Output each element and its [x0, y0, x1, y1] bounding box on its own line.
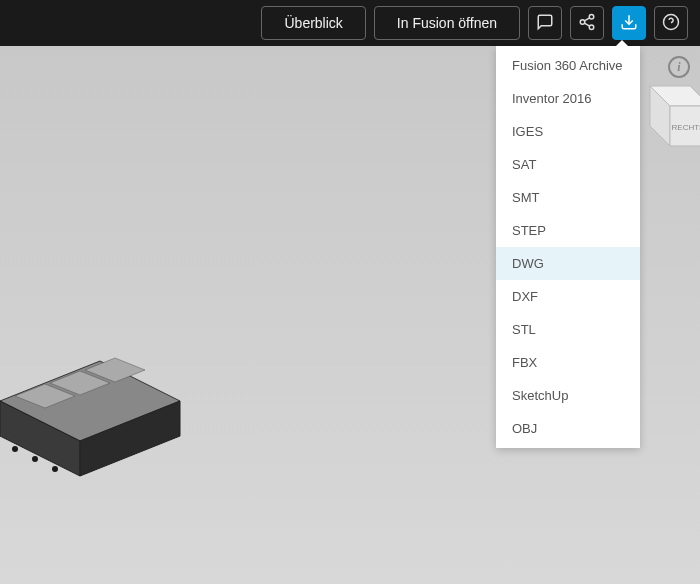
dropdown-item-inventor-2016[interactable]: Inventor 2016	[496, 82, 640, 115]
info-icon[interactable]: i	[668, 56, 690, 78]
dropdown-item-dxf[interactable]: DXF	[496, 280, 640, 313]
svg-line-3	[584, 23, 589, 26]
dropdown-item-step[interactable]: STEP	[496, 214, 640, 247]
svg-point-17	[32, 456, 38, 462]
svg-line-4	[584, 17, 589, 20]
comment-icon	[536, 13, 554, 34]
dropdown-item-iges[interactable]: IGES	[496, 115, 640, 148]
svg-point-1	[580, 19, 585, 24]
toolbar: Überblick In Fusion öffnen	[0, 0, 700, 46]
dropdown-item-fbx[interactable]: FBX	[496, 346, 640, 379]
help-button[interactable]	[654, 6, 688, 40]
model-3d[interactable]	[0, 321, 200, 481]
svg-point-16	[12, 446, 18, 452]
download-dropdown: Fusion 360 ArchiveInventor 2016IGESSATSM…	[496, 46, 640, 448]
comment-button[interactable]	[528, 6, 562, 40]
overview-label: Überblick	[284, 15, 342, 31]
dropdown-item-sat[interactable]: SAT	[496, 148, 640, 181]
help-icon	[662, 13, 680, 34]
dropdown-item-fusion-360-archive[interactable]: Fusion 360 Archive	[496, 46, 640, 82]
svg-point-18	[52, 466, 58, 472]
dropdown-item-dwg[interactable]: DWG	[496, 247, 640, 280]
download-icon	[620, 13, 638, 34]
dropdown-item-sketchup[interactable]: SketchUp	[496, 379, 640, 412]
svg-point-0	[589, 14, 594, 19]
share-icon	[578, 13, 596, 34]
open-in-fusion-button[interactable]: In Fusion öffnen	[374, 6, 520, 40]
dropdown-item-smt[interactable]: SMT	[496, 181, 640, 214]
svg-point-2	[589, 25, 594, 30]
viewcube-face-label: RECHTS	[672, 123, 700, 132]
open-in-fusion-label: In Fusion öffnen	[397, 15, 497, 31]
share-button[interactable]	[570, 6, 604, 40]
overview-button[interactable]: Überblick	[261, 6, 365, 40]
dropdown-item-obj[interactable]: OBJ	[496, 412, 640, 448]
download-button[interactable]	[612, 6, 646, 40]
dropdown-item-stl[interactable]: STL	[496, 313, 640, 346]
